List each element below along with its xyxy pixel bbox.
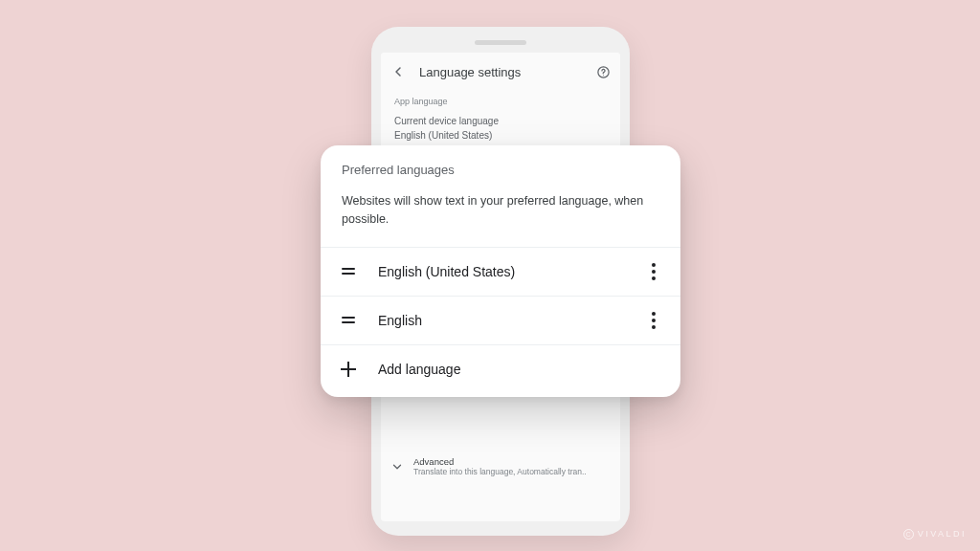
svg-point-1 <box>603 75 604 76</box>
help-icon[interactable] <box>596 65 611 79</box>
more-options-icon[interactable] <box>642 312 665 329</box>
current-device-language-label: Current device language <box>381 114 620 128</box>
watermark: cVIVALDI <box>903 529 967 540</box>
preferred-languages-sheet: Preferred languages Websites will show t… <box>321 145 680 397</box>
drag-handle-icon[interactable] <box>340 317 357 323</box>
add-language-button[interactable]: Add language <box>321 344 680 397</box>
chevron-down-icon <box>390 456 404 477</box>
more-options-icon[interactable] <box>642 263 665 280</box>
add-language-label: Add language <box>357 362 460 377</box>
advanced-title: Advanced <box>413 456 607 467</box>
language-name: English (United States) <box>357 264 642 279</box>
language-name: English <box>357 313 642 328</box>
copyright-icon: c <box>903 529 914 540</box>
drag-handle-icon[interactable] <box>340 268 357 275</box>
app-bar: Language settings <box>381 53 620 91</box>
language-row: English <box>321 296 680 344</box>
current-device-language-value: English (United States) <box>381 128 620 143</box>
watermark-text: VIVALDI <box>918 529 967 539</box>
back-icon[interactable] <box>390 64 406 79</box>
sheet-description: Websites will show text in your preferre… <box>321 181 680 247</box>
advanced-subtitle: Translate into this language, Automatica… <box>413 467 607 476</box>
section-label-app-language: App language <box>381 91 620 114</box>
page-title: Language settings <box>406 65 596 79</box>
plus-icon <box>340 361 357 378</box>
advanced-row[interactable]: Advanced Translate into this language, A… <box>381 451 620 483</box>
phone-speaker <box>475 40 526 45</box>
language-row: English (United States) <box>321 247 680 296</box>
sheet-title: Preferred languages <box>321 145 680 181</box>
